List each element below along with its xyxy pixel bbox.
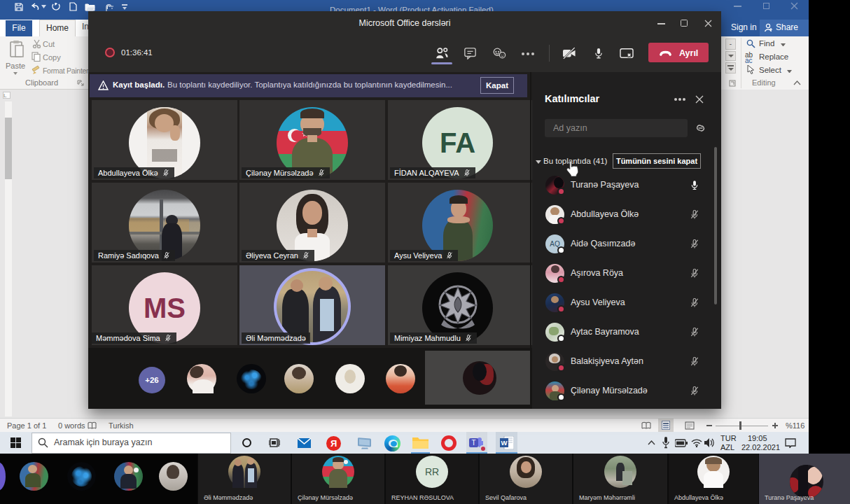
- svg-text:W: W: [501, 439, 508, 447]
- svg-text:T: T: [471, 439, 475, 447]
